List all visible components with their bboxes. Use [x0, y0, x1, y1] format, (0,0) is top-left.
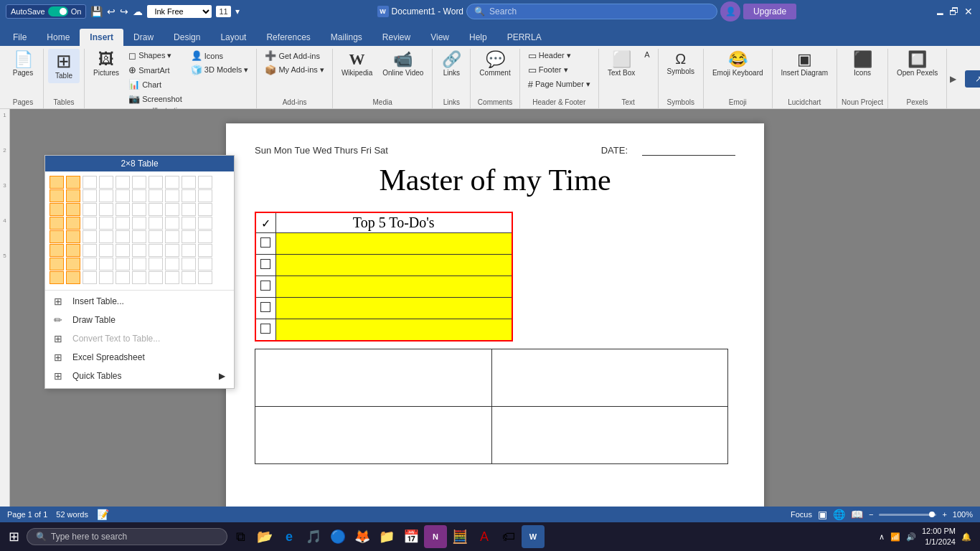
- grid-cell-1-5[interactable]: [132, 189, 146, 202]
- taskbar-word[interactable]: W: [522, 525, 545, 548]
- grid-cell-7-1[interactable]: [66, 271, 80, 284]
- print-layout-icon[interactable]: ▣: [818, 509, 827, 520]
- search-bar[interactable]: 🔍: [466, 4, 717, 19]
- font-size-selector[interactable]: 11: [216, 6, 230, 17]
- grid-cell-7-2[interactable]: [83, 271, 97, 284]
- taskbar-volume-icon[interactable]: 🔊: [906, 532, 916, 542]
- redo-icon[interactable]: ↪: [120, 6, 128, 17]
- footer-button[interactable]: ▭ Footer ▾: [524, 63, 594, 77]
- grid-cell-6-7[interactable]: [165, 258, 179, 270]
- grid-cell-7-4[interactable]: [116, 271, 130, 284]
- main-grid-cell-1-2[interactable]: [491, 349, 728, 406]
- taskbar-calendar[interactable]: 📅: [400, 525, 423, 548]
- shapes-button[interactable]: ◻ Shapes ▾: [125, 49, 186, 62]
- table-button[interactable]: ⊞ Table: [48, 49, 80, 83]
- minimize-button[interactable]: 🗕: [934, 6, 946, 17]
- grid-cell-2-2[interactable]: [83, 203, 97, 216]
- upgrade-button[interactable]: Upgrade: [743, 4, 796, 19]
- main-grid-cell-1-1[interactable]: [255, 349, 492, 406]
- grid-cell-5-2[interactable]: [83, 244, 97, 257]
- noun-icons-button[interactable]: ⬛ Icons: [848, 49, 877, 80]
- header-button[interactable]: ▭ Header ▾: [524, 49, 594, 62]
- chart-button[interactable]: 📊 Chart: [125, 77, 186, 91]
- grid-cell-1-2[interactable]: [83, 189, 97, 202]
- todo-checkbox-2[interactable]: [255, 255, 275, 276]
- grid-cell-2-0[interactable]: [50, 203, 64, 216]
- my-addins-button[interactable]: 📦 My Add-ins ▾: [261, 63, 327, 77]
- grid-cell-3-7[interactable]: [165, 217, 179, 230]
- grid-cell-5-9[interactable]: [198, 244, 212, 257]
- wordart-button[interactable]: A: [641, 49, 653, 60]
- grid-cell-6-8[interactable]: [182, 258, 196, 270]
- comment-button[interactable]: 💬 Comment: [475, 49, 514, 80]
- grid-cell-7-8[interactable]: [182, 271, 196, 284]
- grid-cell-6-1[interactable]: [66, 258, 80, 270]
- text-box-button[interactable]: ⬜ Text Box: [603, 49, 639, 80]
- taskbar-firefox[interactable]: 🦊: [351, 525, 374, 548]
- grid-cell-0-1[interactable]: [66, 176, 80, 189]
- grid-cell-7-3[interactable]: [99, 271, 113, 284]
- grid-cell-1-8[interactable]: [182, 189, 196, 202]
- taskbar-app1[interactable]: 🏷: [497, 525, 520, 548]
- taskbar-onenote[interactable]: N: [424, 525, 447, 548]
- grid-cell-7-5[interactable]: [132, 271, 146, 284]
- taskbar-clock[interactable]: 12:00 PM 1/1/2024: [922, 526, 956, 548]
- tab-perrla[interactable]: PERRLA: [497, 29, 552, 46]
- zoom-out-icon[interactable]: −: [869, 510, 873, 519]
- grid-cell-1-6[interactable]: [149, 189, 163, 202]
- notification-icon[interactable]: 🔔: [961, 532, 971, 542]
- grid-cell-5-7[interactable]: [165, 244, 179, 257]
- taskbar-chrome[interactable]: 🔵: [326, 525, 349, 548]
- tab-draw[interactable]: Draw: [123, 29, 164, 46]
- zoom-slider[interactable]: [879, 514, 936, 516]
- grid-cell-6-2[interactable]: [83, 258, 97, 270]
- todo-checkbox-3[interactable]: [255, 276, 275, 298]
- taskbar-network-icon[interactable]: 📶: [890, 532, 900, 542]
- get-addins-button[interactable]: ➕ Get Add-ins: [261, 49, 327, 62]
- pages-button[interactable]: 📄 Pages: [7, 49, 39, 80]
- grid-cell-6-0[interactable]: [50, 258, 64, 270]
- tab-references[interactable]: References: [256, 29, 320, 46]
- search-input[interactable]: [489, 6, 690, 17]
- main-grid-cell-2-1[interactable]: [255, 406, 492, 463]
- grid-cell-0-0[interactable]: [50, 176, 64, 189]
- grid-cell-2-5[interactable]: [132, 203, 146, 216]
- grid-cell-5-3[interactable]: [99, 244, 113, 257]
- taskbar-up-arrow[interactable]: ∧: [879, 532, 885, 542]
- grid-cell-1-4[interactable]: [116, 189, 130, 202]
- grid-cell-4-4[interactable]: [116, 230, 130, 243]
- tab-home[interactable]: Home: [37, 29, 80, 46]
- undo-icon[interactable]: ↩: [107, 6, 116, 17]
- quick-tables-menu-item[interactable]: ⊞ Quick Tables ▶: [45, 367, 234, 385]
- grid-cell-2-6[interactable]: [149, 203, 163, 216]
- smartart-button[interactable]: ⊕ SmartArt: [125, 63, 186, 77]
- grid-cell-7-6[interactable]: [149, 271, 163, 284]
- grid-cell-4-1[interactable]: [66, 230, 80, 243]
- autosave-toggle[interactable]: AutoSave On: [6, 4, 86, 19]
- grid-cell-0-6[interactable]: [149, 176, 163, 189]
- grid-cell-3-4[interactable]: [116, 217, 130, 230]
- icons-button[interactable]: 👤 Icons: [187, 49, 253, 62]
- grid-cell-2-9[interactable]: [198, 203, 212, 216]
- taskbar-search[interactable]: 🔍 Type here to search: [27, 528, 227, 545]
- todo-cell-3[interactable]: [275, 276, 512, 298]
- 3d-models-button[interactable]: 🧊 3D Models ▾: [187, 63, 253, 77]
- profile-avatar[interactable]: 👤: [720, 1, 740, 22]
- main-grid-cell-2-2[interactable]: [491, 406, 728, 463]
- grid-cell-0-5[interactable]: [132, 176, 146, 189]
- grid-cell-0-3[interactable]: [99, 176, 113, 189]
- grid-cell-2-3[interactable]: [99, 203, 113, 216]
- grid-cell-3-3[interactable]: [99, 217, 113, 230]
- grid-cell-6-6[interactable]: [149, 258, 163, 270]
- grid-cell-3-2[interactable]: [83, 217, 97, 230]
- emoji-keyboard-button[interactable]: 😂 Emoji Keyboard: [708, 49, 768, 80]
- grid-cell-6-5[interactable]: [132, 258, 146, 270]
- todo-cell-1[interactable]: [275, 233, 512, 255]
- todo-checkbox-1[interactable]: [255, 233, 275, 255]
- page-number-button[interactable]: # Page Number ▾: [524, 77, 594, 91]
- save-icon[interactable]: 💾: [90, 6, 103, 17]
- links-button[interactable]: 🔗 Links: [437, 49, 466, 80]
- grid-cell-5-6[interactable]: [149, 244, 163, 257]
- insert-table-menu-item[interactable]: ⊞ Insert Table...: [45, 292, 234, 311]
- tab-mailings[interactable]: Mailings: [321, 29, 372, 46]
